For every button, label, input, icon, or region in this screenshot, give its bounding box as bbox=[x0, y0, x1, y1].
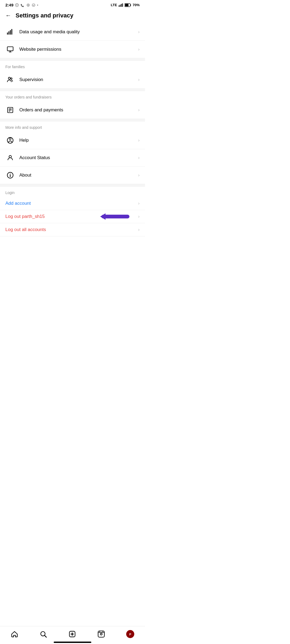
person-icon bbox=[5, 153, 15, 163]
section-divider bbox=[0, 184, 145, 187]
svg-rect-4 bbox=[120, 5, 121, 7]
chevron-icon: › bbox=[138, 138, 140, 143]
status-left: 2:49 bbox=[5, 3, 38, 7]
settings-item-supervision[interactable]: Supervision › bbox=[0, 71, 145, 89]
settings-item-logout-parth[interactable]: Log out parth_sh15 › bbox=[0, 210, 145, 223]
section-divider bbox=[0, 58, 145, 61]
section-support: More info and support Help › Account Sta… bbox=[0, 122, 145, 184]
back-button[interactable]: ← bbox=[5, 13, 11, 19]
battery-icon bbox=[125, 3, 131, 7]
svg-point-23 bbox=[7, 137, 13, 143]
network-label: LTE bbox=[111, 3, 117, 7]
info-icon bbox=[5, 170, 15, 180]
settings-item-data-usage[interactable]: Data usage and media quality › bbox=[0, 23, 145, 41]
svg-rect-9 bbox=[125, 4, 128, 6]
page-title: Settings and privacy bbox=[16, 12, 73, 19]
signal-icon bbox=[119, 3, 123, 7]
supervision-label: Supervision bbox=[19, 77, 136, 82]
section-orders: Your orders and fundraisers Orders and p… bbox=[0, 91, 145, 119]
chevron-icon: › bbox=[138, 77, 140, 82]
chevron-icon: › bbox=[138, 47, 140, 52]
settings-item-account-status[interactable]: Account Status › bbox=[0, 149, 145, 167]
status-bar: 2:49 LTE 70% bbox=[0, 0, 145, 9]
status-dot bbox=[37, 5, 38, 6]
help-icon bbox=[5, 136, 15, 145]
chevron-icon: › bbox=[138, 227, 140, 232]
svg-rect-6 bbox=[122, 3, 123, 6]
chevron-icon: › bbox=[138, 29, 140, 35]
section-login: Login Add account › Log out parth_sh15 ›… bbox=[0, 187, 145, 236]
section-label-orders: Your orders and fundraisers bbox=[0, 91, 145, 101]
status-right: LTE 70% bbox=[111, 3, 140, 7]
chevron-icon: › bbox=[138, 107, 140, 113]
about-label: About bbox=[19, 173, 136, 178]
svg-point-28 bbox=[10, 174, 11, 174]
status-time: 2:49 bbox=[5, 3, 13, 7]
people-icon bbox=[5, 75, 15, 85]
logout-parth-label: Log out parth_sh15 bbox=[5, 214, 136, 219]
notification-icon-3 bbox=[26, 3, 30, 7]
svg-point-24 bbox=[9, 138, 11, 140]
section-divider bbox=[0, 89, 145, 91]
notification-icon-1 bbox=[15, 3, 19, 7]
logout-all-label: Log out all accounts bbox=[5, 227, 136, 232]
svg-rect-10 bbox=[7, 32, 8, 35]
svg-point-17 bbox=[8, 77, 10, 79]
website-permissions-label: Website permissions bbox=[19, 47, 136, 52]
add-account-label: Add account bbox=[5, 201, 136, 206]
signal-bars-icon bbox=[5, 27, 15, 37]
section-divider bbox=[0, 119, 145, 122]
battery-label: 70% bbox=[133, 3, 140, 7]
monitor-icon bbox=[5, 45, 15, 54]
svg-rect-3 bbox=[119, 5, 119, 6]
page-header: ← Settings and privacy bbox=[0, 9, 145, 23]
settings-item-website-permissions[interactable]: Website permissions › bbox=[0, 41, 145, 58]
section-label-login: Login bbox=[0, 187, 145, 197]
settings-item-logout-all[interactable]: Log out all accounts › bbox=[0, 223, 145, 236]
section-data: Data usage and media quality › Website p… bbox=[0, 23, 145, 58]
help-label: Help bbox=[19, 138, 136, 143]
svg-rect-13 bbox=[11, 29, 12, 35]
chevron-icon: › bbox=[138, 173, 140, 178]
svg-rect-11 bbox=[9, 31, 9, 35]
section-families: For families Supervision › bbox=[0, 61, 145, 89]
section-label-support: More info and support bbox=[0, 122, 145, 132]
bottom-spacer bbox=[0, 236, 145, 261]
chevron-icon: › bbox=[138, 214, 140, 219]
svg-rect-14 bbox=[7, 47, 13, 51]
settings-item-help[interactable]: Help › bbox=[0, 132, 145, 149]
svg-rect-12 bbox=[10, 30, 11, 35]
notification-icon-2 bbox=[20, 3, 25, 7]
svg-point-18 bbox=[11, 78, 12, 79]
chevron-icon: › bbox=[138, 201, 140, 206]
svg-rect-5 bbox=[121, 4, 122, 7]
data-usage-label: Data usage and media quality bbox=[19, 29, 136, 35]
svg-rect-8 bbox=[130, 4, 131, 6]
notification-icon-4 bbox=[32, 3, 35, 7]
account-status-label: Account Status bbox=[19, 155, 136, 160]
settings-item-add-account[interactable]: Add account › bbox=[0, 197, 145, 210]
svg-point-25 bbox=[9, 155, 12, 158]
chevron-icon: › bbox=[138, 155, 140, 160]
section-label-families: For families bbox=[0, 61, 145, 71]
settings-item-about[interactable]: About › bbox=[0, 167, 145, 184]
orders-icon bbox=[5, 105, 15, 115]
settings-item-orders[interactable]: Orders and payments › bbox=[0, 101, 145, 119]
orders-label: Orders and payments bbox=[19, 107, 136, 113]
svg-point-2 bbox=[32, 3, 35, 6]
